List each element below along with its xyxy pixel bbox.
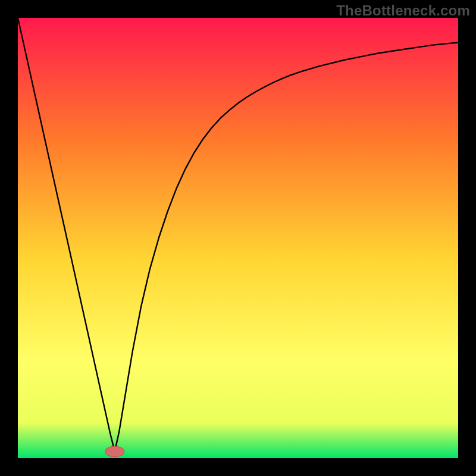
gradient-bg (18, 18, 458, 458)
plot-area (18, 18, 458, 458)
chart-frame: TheBottleneck.com (0, 0, 476, 476)
minimum-marker (105, 446, 125, 457)
chart-svg (18, 18, 458, 458)
watermark-label: TheBottleneck.com (336, 2, 470, 19)
